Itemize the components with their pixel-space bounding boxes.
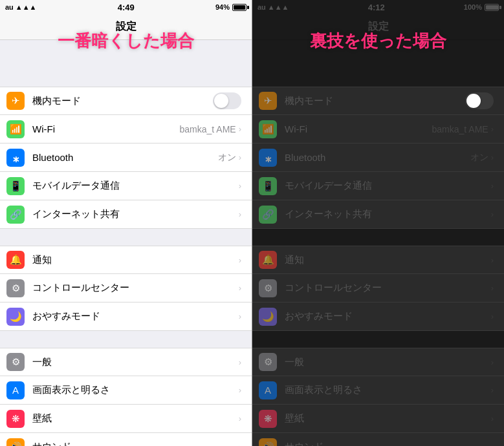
phone-panel-light: au ▲▲▲ 4:49 94% 設定一番暗くした場合✈機内モード📶Wi-Fiba… (0, 0, 252, 446)
settings-icon-ic-display: A (259, 381, 277, 399)
chevron-icon: › (491, 414, 494, 423)
settings-icon-ic-control: ⚙ (259, 279, 277, 297)
settings-icon-ic-sound: 🔊 (259, 438, 277, 447)
list-item[interactable]: ⚙コントロールセンター› (0, 274, 252, 303)
status-left: au ▲▲▲ (257, 3, 289, 11)
list-item[interactable]: 🔗インターネット共有› (252, 200, 504, 229)
row-value: bamka_t AME (432, 124, 488, 134)
row-label: 通知 (32, 254, 239, 266)
list-item[interactable]: ⚙コントロールセンター› (252, 274, 504, 303)
row-label: Wi-Fi (285, 123, 432, 134)
list-item[interactable]: 📶Wi-Fibamka_t AME› (252, 115, 504, 143)
chevron-icon: › (239, 385, 241, 395)
settings-icon-ic-notif: 🔔 (6, 251, 25, 269)
list-item[interactable]: ⁎Bluetoothオン› (252, 143, 504, 172)
row-label: おやすみモード (285, 310, 491, 323)
chevron-icon: › (491, 181, 494, 191)
list-item[interactable]: A画面表示と明るさ› (0, 376, 252, 405)
settings-list: ✈機内モード📶Wi-Fibamka_t AME›⁎Bluetoothオン›📱モバ… (252, 40, 504, 446)
chevron-icon: › (239, 312, 241, 321)
settings-icon-ic-general: ⚙ (259, 353, 277, 371)
settings-section-1: 🔔通知›⚙コントロールセンター›🌙おやすみモード› (0, 246, 252, 331)
battery-percent: 100% (464, 3, 482, 11)
row-label: 通知 (285, 254, 491, 266)
settings-icon-ic-airplane: ✈ (259, 92, 277, 110)
battery-icon (232, 4, 247, 11)
settings-section-1: 🔔通知›⚙コントロールセンター›🌙おやすみモード› (252, 246, 504, 331)
row-label: 一般 (285, 356, 491, 368)
settings-icon-ic-donotdist: 🌙 (6, 308, 25, 326)
chevron-icon: › (491, 385, 494, 395)
settings-icon-ic-wallpaper: ❋ (259, 410, 277, 428)
row-label: モバイルデータ通信 (285, 180, 491, 192)
toggle-switch[interactable] (213, 92, 241, 109)
settings-icon-ic-cellular: 📱 (6, 177, 25, 195)
settings-icon-ic-bluetooth: ⁎ (259, 149, 277, 167)
list-item[interactable]: 🔔通知› (0, 246, 252, 274)
settings-icon-ic-wifi: 📶 (6, 120, 25, 138)
list-item[interactable]: 🌙おやすみモード› (0, 303, 252, 331)
chevron-icon: › (239, 283, 241, 293)
list-item[interactable]: ⁎Bluetoothオン› (0, 143, 252, 172)
toggle-switch[interactable] (465, 92, 494, 109)
row-label: モバイルデータ通信 (32, 180, 239, 192)
list-item[interactable]: 📶Wi-Fibamka_t AME› (0, 115, 252, 143)
settings-icon-ic-wallpaper: ❋ (6, 410, 25, 428)
overlay-headline: 一番暗くした場合 (0, 27, 252, 55)
list-item[interactable]: 🔊サウンド› (0, 433, 252, 446)
settings-list: ✈機内モード📶Wi-Fibamka_t AME›⁎Bluetoothオン›📱モバ… (0, 40, 252, 446)
carrier-label: au (257, 3, 266, 11)
carrier-label: au (5, 3, 14, 11)
status-bar: au ▲▲▲ 4:12 100% (252, 0, 504, 14)
settings-icon-ic-control: ⚙ (6, 279, 25, 297)
chevron-icon: › (491, 255, 494, 265)
battery-icon (485, 4, 499, 11)
list-item[interactable]: A画面表示と明るさ› (252, 376, 504, 405)
chevron-icon: › (491, 442, 494, 446)
list-item[interactable]: 📱モバイルデータ通信› (252, 172, 504, 200)
list-item[interactable]: ✈機内モード (252, 87, 504, 115)
list-item[interactable]: ❋壁紙› (252, 405, 504, 433)
list-item[interactable]: ✈機内モード (0, 87, 252, 115)
list-item[interactable]: ❋壁紙› (0, 405, 252, 433)
chevron-icon: › (239, 153, 241, 162)
list-item[interactable]: 🌙おやすみモード› (252, 303, 504, 331)
chevron-icon: › (239, 255, 241, 265)
settings-icon-ic-wifi: 📶 (259, 120, 277, 138)
chevron-icon: › (239, 124, 241, 134)
chevron-icon: › (239, 357, 241, 367)
list-item[interactable]: 🔔通知› (252, 246, 504, 274)
row-value: bamka_t AME (180, 124, 236, 134)
row-label: インターネット共有 (32, 208, 239, 220)
list-item[interactable]: ⚙一般› (252, 348, 504, 376)
status-time: 4:12 (368, 3, 385, 12)
chevron-icon: › (239, 414, 241, 423)
list-item[interactable]: 🔊サウンド› (252, 433, 504, 446)
chevron-icon: › (491, 283, 494, 293)
list-item[interactable]: 🔗インターネット共有› (0, 200, 252, 229)
chevron-icon: › (491, 209, 494, 219)
settings-icon-ic-display: A (6, 381, 25, 399)
status-time: 4:49 (118, 3, 135, 12)
settings-icon-ic-hotspot: 🔗 (6, 206, 25, 224)
signal-icon: ▲▲▲ (268, 3, 289, 11)
row-label: インターネット共有 (285, 208, 491, 220)
row-label: 機内モード (32, 95, 213, 107)
row-label: 壁紙 (32, 412, 239, 425)
row-label: コントロールセンター (32, 282, 239, 294)
list-item[interactable]: 📱モバイルデータ通信› (0, 172, 252, 200)
settings-icon-ic-bluetooth: ⁎ (6, 149, 25, 167)
signal-icon: ▲▲▲ (16, 3, 37, 11)
row-label: おやすみモード (32, 310, 239, 323)
settings-section-2: ⚙一般›A画面表示と明るさ›❋壁紙›🔊サウンド›👆Touch IDとパスコード› (252, 348, 504, 446)
chevron-icon: › (491, 124, 494, 134)
battery-percent: 94% (215, 3, 230, 11)
row-label: コントロールセンター (285, 282, 491, 294)
row-label: 壁紙 (285, 412, 491, 425)
settings-icon-ic-notif: 🔔 (259, 251, 277, 269)
overlay-headline: 裏技を使った場合 (252, 27, 504, 55)
list-item[interactable]: ⚙一般› (0, 348, 252, 376)
chevron-icon: › (491, 357, 494, 367)
settings-section-2: ⚙一般›A画面表示と明るさ›❋壁紙›🔊サウンド›👆Touch IDとパスコード› (0, 348, 252, 446)
settings-icon-ic-cellular: 📱 (259, 177, 277, 195)
